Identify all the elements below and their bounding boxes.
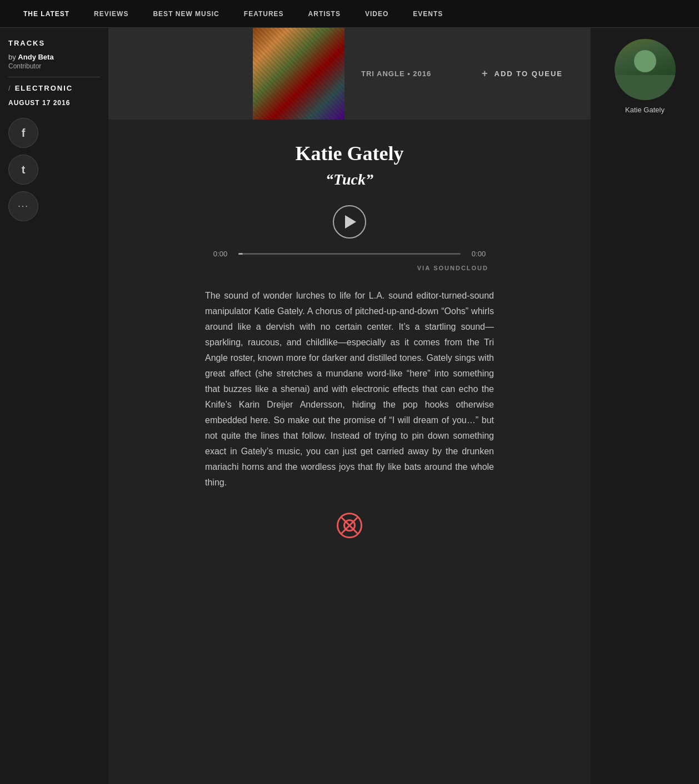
add-to-queue-label: ADD TO QUEUE <box>495 70 563 78</box>
time-total: 0:00 <box>469 250 488 258</box>
category-name: ELECTRONIC <box>15 84 73 92</box>
author-byline: by Andy Beta <box>8 53 100 61</box>
album-meta: TRI ANGLE • 2016 <box>344 58 448 89</box>
artist-sidebar-name: Katie Gately <box>625 106 665 114</box>
nav-reviews[interactable]: REVIEWS <box>82 10 141 18</box>
top-navigation: THE LATEST REVIEWS BEST NEW MUSIC FEATUR… <box>0 0 699 28</box>
time-current: 0:00 <box>211 250 230 258</box>
play-button[interactable] <box>333 205 366 239</box>
avatar-image <box>615 39 676 100</box>
facebook-icon: f <box>22 127 26 140</box>
more-share-button[interactable]: ··· <box>8 191 38 221</box>
left-sidebar: TRACKS by Andy Beta Contributor / ELECTR… <box>0 28 108 784</box>
track-content: Katie Gately “Tuck” 0:00 0:00 VIA SOUNDC… <box>108 120 591 583</box>
artist-title: Katie Gately <box>142 142 557 165</box>
play-icon <box>345 215 356 229</box>
pitchfork-logo <box>142 513 557 538</box>
album-art <box>253 28 344 120</box>
nav-video[interactable]: VIDEO <box>353 10 401 18</box>
author-role: Contributor <box>8 62 100 70</box>
nav-artists[interactable]: ARTISTS <box>296 10 353 18</box>
social-buttons: f t ··· <box>8 118 100 221</box>
soundcloud-attribution: VIA SOUNDCLOUD <box>211 265 488 271</box>
progress-fill <box>238 253 243 255</box>
album-label: TRI ANGLE • 2016 <box>361 70 431 78</box>
audio-player: 0:00 0:00 VIA SOUNDCLOUD <box>142 205 557 271</box>
add-to-queue-button[interactable]: + ADD TO QUEUE <box>482 68 563 80</box>
nav-features[interactable]: FEATURES <box>232 10 296 18</box>
soundcloud-text: SOUNDCLOUD <box>433 265 488 271</box>
sidebar-divider <box>8 77 100 77</box>
section-label: TRACKS <box>8 39 100 47</box>
publish-date: AUGUST 17 2016 <box>8 99 100 107</box>
author-name: Andy Beta <box>18 53 53 61</box>
artist-avatar <box>615 39 676 100</box>
page-layout: TRACKS by Andy Beta Contributor / ELECTR… <box>0 28 699 784</box>
progress-track[interactable] <box>238 253 461 255</box>
facebook-share-button[interactable]: f <box>8 118 38 148</box>
pitchfork-inner-circle <box>343 519 356 532</box>
nav-events[interactable]: EVENTS <box>401 10 455 18</box>
via-text: VIA <box>417 265 431 271</box>
track-title: “Tuck” <box>142 171 557 188</box>
right-sidebar: Katie Gately <box>591 28 699 784</box>
twitter-share-button[interactable]: t <box>8 155 38 185</box>
pitchfork-circle-icon <box>337 513 362 538</box>
progress-bar-container: 0:00 0:00 <box>211 250 488 258</box>
album-header: TRI ANGLE • 2016 + ADD TO QUEUE <box>108 28 591 120</box>
slash-decoration: / <box>8 84 12 92</box>
album-art-container <box>253 28 344 120</box>
twitter-icon: t <box>22 163 26 176</box>
nav-best-new-music[interactable]: BEST NEW MUSIC <box>141 10 231 18</box>
article-body: The sound of wonder lurches to life for … <box>205 288 494 490</box>
plus-icon: + <box>482 68 489 80</box>
more-icon: ··· <box>18 201 28 211</box>
by-text: by <box>8 53 16 61</box>
nav-the-latest[interactable]: THE LATEST <box>11 10 82 18</box>
category-label: / ELECTRONIC <box>8 84 100 92</box>
main-content: TRI ANGLE • 2016 + ADD TO QUEUE Katie Ga… <box>108 28 591 784</box>
